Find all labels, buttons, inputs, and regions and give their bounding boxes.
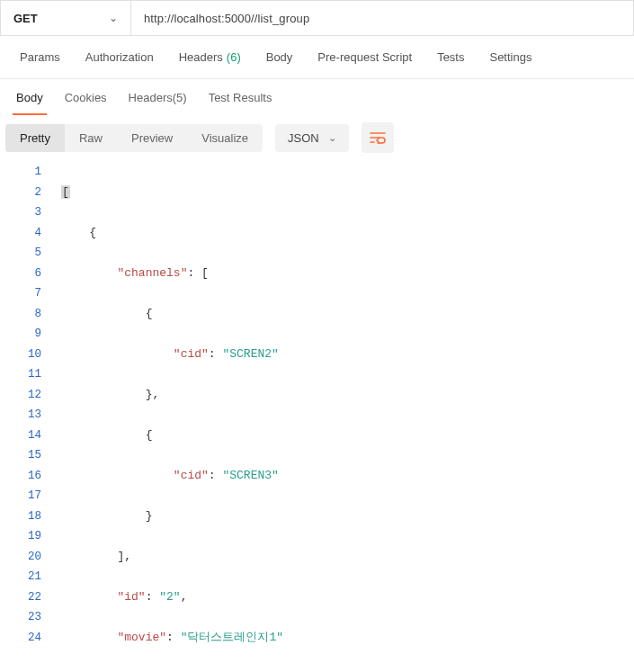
tab-params[interactable]: Params <box>7 36 73 78</box>
chevron-down-icon: ⌄ <box>109 12 118 24</box>
line-number: 1 <box>0 162 41 183</box>
line-number: 22 <box>0 587 41 608</box>
view-visualize-button[interactable]: Visualize <box>187 124 263 152</box>
code-token: { <box>146 307 153 320</box>
request-tabs: Params Authorization Headers (6) Body Pr… <box>0 36 634 79</box>
code-token: { <box>146 428 153 442</box>
line-number: 23 <box>0 607 41 628</box>
line-number: 3 <box>0 202 41 223</box>
line-number: 19 <box>0 526 41 547</box>
resp-tab-cookies[interactable]: Cookies <box>54 79 118 115</box>
format-value: JSON <box>288 131 319 145</box>
wrap-icon <box>370 131 386 144</box>
url-input[interactable]: http://localhost:5000//list_group <box>131 1 633 35</box>
tab-prerequest[interactable]: Pre-request Script <box>305 36 424 78</box>
line-number: 4 <box>0 223 41 244</box>
tab-settings[interactable]: Settings <box>477 36 544 78</box>
line-number: 16 <box>0 466 41 487</box>
line-number: 18 <box>0 506 41 527</box>
line-number: 12 <box>0 385 41 406</box>
resp-tab-headers-label: Headers <box>129 91 173 104</box>
tab-headers-label: Headers <box>179 50 223 64</box>
http-method-select[interactable]: GET ⌄ <box>1 1 131 35</box>
line-number: 5 <box>0 243 41 264</box>
wrap-lines-button[interactable] <box>362 122 394 153</box>
response-body[interactable]: 1 2 3 4 5 6 7 8 9 10 11 12 13 14 15 16 1… <box>0 160 634 672</box>
code-token: , <box>181 590 188 604</box>
code-token: "SCREN3" <box>222 469 278 482</box>
line-gutter: 1 2 3 4 5 6 7 8 9 10 11 12 13 14 15 16 1… <box>0 162 52 672</box>
line-number: 7 <box>0 283 41 304</box>
code-token: "cid" <box>174 469 209 482</box>
code-token: ], <box>117 550 131 563</box>
code-token: { <box>89 226 96 239</box>
tab-headers-count: (6) <box>227 50 241 64</box>
chevron-down-icon: ⌄ <box>328 132 336 144</box>
line-number: 13 <box>0 405 41 426</box>
code-content: [ { "channels": [ { "cid": "SCREN2" }, {… <box>52 162 634 672</box>
resp-tab-body[interactable]: Body <box>5 79 54 115</box>
view-raw-button[interactable]: Raw <box>65 124 117 152</box>
request-bar: GET ⌄ http://localhost:5000//list_group <box>0 0 634 36</box>
resp-tab-headers[interactable]: Headers (5) <box>118 79 198 115</box>
line-number: 6 <box>0 264 41 284</box>
line-number: 10 <box>0 345 41 365</box>
code-token: } <box>146 509 153 523</box>
code-token: "2" <box>159 590 180 604</box>
line-number: 8 <box>0 304 41 325</box>
line-number: 15 <box>0 445 41 466</box>
tab-body[interactable]: Body <box>254 36 306 78</box>
view-mode-segment: Pretty Raw Preview Visualize <box>5 124 263 152</box>
line-number: 2 <box>0 183 41 203</box>
code-token: }, <box>146 388 160 401</box>
code-token: "movie" <box>117 631 166 644</box>
format-select[interactable]: JSON ⌄ <box>275 124 349 152</box>
resp-tab-headers-count: (5) <box>173 91 187 104</box>
code-token: : [ <box>187 266 208 280</box>
code-token: "cid" <box>174 347 209 361</box>
code-token: "SCREN2" <box>222 347 278 361</box>
tab-tests[interactable]: Tests <box>424 36 477 78</box>
resp-tab-results[interactable]: Test Results <box>198 79 283 115</box>
line-number: 21 <box>0 567 41 587</box>
tab-authorization[interactable]: Authorization <box>73 36 166 78</box>
line-number: 14 <box>0 426 41 446</box>
tab-headers[interactable]: Headers (6) <box>166 36 254 78</box>
line-number: 20 <box>0 547 41 568</box>
view-preview-button[interactable]: Preview <box>117 124 187 152</box>
response-toolbar: Pretty Raw Preview Visualize JSON ⌄ <box>0 115 634 160</box>
view-pretty-button[interactable]: Pretty <box>5 124 65 152</box>
code-token: "닥터스트레인지1" <box>181 631 283 644</box>
line-number: 9 <box>0 324 41 345</box>
code-token: [ <box>61 185 70 199</box>
response-tabs: Body Cookies Headers (5) Test Results <box>0 79 634 115</box>
code-token: "channels" <box>117 266 187 280</box>
http-method-value: GET <box>13 12 38 25</box>
line-number: 24 <box>0 628 41 649</box>
line-number: 17 <box>0 486 41 506</box>
line-number: 11 <box>0 364 41 385</box>
code-token: "id" <box>117 590 145 604</box>
